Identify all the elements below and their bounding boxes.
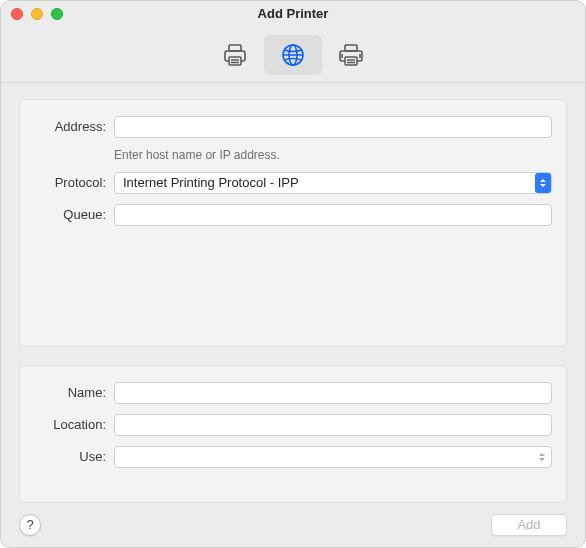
name-label: Name:: [34, 385, 114, 400]
svg-rect-1: [229, 45, 241, 51]
queue-label: Queue:: [34, 207, 114, 222]
globe-icon: [279, 42, 307, 68]
titlebar: Add Printer: [1, 1, 585, 28]
updown-icon: [536, 449, 548, 465]
svg-rect-2: [229, 57, 241, 65]
address-input[interactable]: [114, 116, 552, 138]
printer-advanced-icon: [337, 42, 365, 68]
use-value: [114, 446, 552, 468]
updown-icon: [535, 173, 551, 193]
window-title: Add Printer: [258, 6, 329, 21]
details-panel: Name: Location: Use:: [19, 365, 567, 503]
svg-rect-10: [345, 57, 357, 65]
connection-panel: Address: Enter host name or IP address. …: [19, 99, 567, 347]
printer-icon: [221, 42, 249, 68]
minimize-window-button[interactable]: [31, 8, 43, 20]
tab-segment: [206, 35, 380, 75]
location-label: Location:: [34, 417, 114, 432]
protocol-label: Protocol:: [34, 175, 114, 190]
svg-rect-9: [345, 45, 357, 51]
use-label: Use:: [34, 449, 114, 464]
tab-default[interactable]: [206, 35, 264, 75]
tab-ip[interactable]: [264, 35, 322, 75]
toolbar: [1, 28, 585, 83]
zoom-window-button[interactable]: [51, 8, 63, 20]
tab-windows[interactable]: [322, 35, 380, 75]
protocol-value: Internet Printing Protocol - IPP: [114, 172, 552, 194]
protocol-select[interactable]: Internet Printing Protocol - IPP: [114, 172, 552, 194]
queue-input[interactable]: [114, 204, 552, 226]
footer: ? Add: [1, 503, 585, 547]
add-printer-window: Add Printer: [0, 0, 586, 548]
address-label: Address:: [34, 119, 114, 134]
window-controls: [11, 8, 63, 20]
add-button[interactable]: Add: [491, 514, 567, 536]
close-window-button[interactable]: [11, 8, 23, 20]
use-select[interactable]: [114, 446, 552, 468]
name-input[interactable]: [114, 382, 552, 404]
body: Address: Enter host name or IP address. …: [1, 83, 585, 503]
location-input[interactable]: [114, 414, 552, 436]
help-button[interactable]: ?: [19, 514, 41, 536]
address-hint: Enter host name or IP address.: [114, 148, 552, 162]
